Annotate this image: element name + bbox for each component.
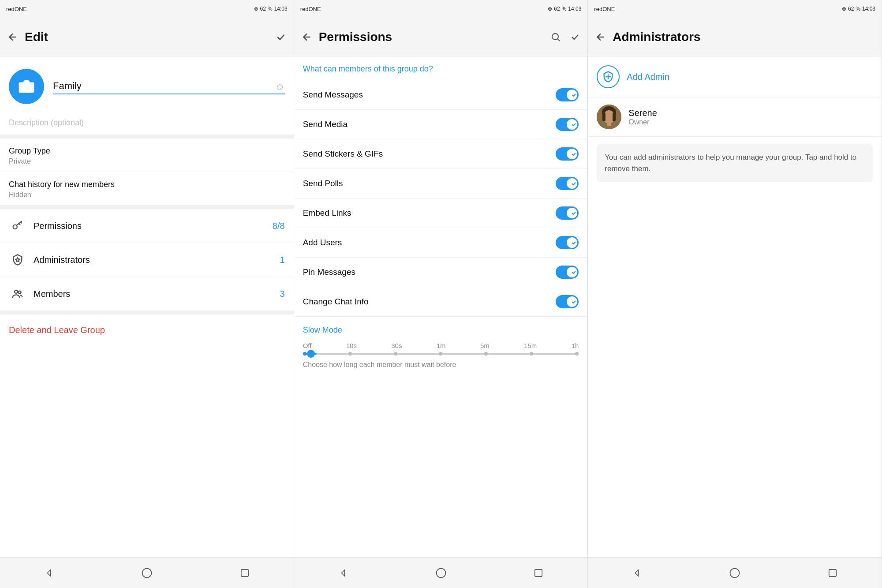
chat-history-item[interactable]: Chat history for new members Hidden xyxy=(0,172,294,206)
administrators-label: Administrators xyxy=(34,255,280,265)
carrier-2: redONE xyxy=(300,6,321,12)
svg-rect-19 xyxy=(829,569,836,576)
perm-pin-messages[interactable]: Pin Messages xyxy=(294,257,588,287)
status-bar-1: redONE ⊛ 62% 14:03 xyxy=(0,0,294,18)
status-icons-1: ⊛ 62% 14:03 xyxy=(254,6,288,12)
search-button[interactable] xyxy=(550,32,561,42)
divider-1 xyxy=(0,135,294,139)
carrier-1: redONE xyxy=(6,6,27,12)
permissions-label: Permissions xyxy=(34,221,273,231)
back-nav-3[interactable] xyxy=(629,565,645,581)
back-button-3[interactable] xyxy=(595,31,606,43)
perm-change-chat-info[interactable]: Change Chat Info xyxy=(294,287,588,316)
status-bar-2: redONE ⊛ 62% 14:03 xyxy=(294,0,588,18)
home-nav-2[interactable] xyxy=(433,565,449,581)
emoji-icon[interactable]: ☺ xyxy=(275,81,284,93)
group-type-item[interactable]: Group Type Private xyxy=(0,139,294,172)
perm-send-media[interactable]: Send Media xyxy=(294,109,588,139)
avatar[interactable] xyxy=(9,69,44,104)
confirm-button-2[interactable] xyxy=(570,32,580,42)
administrators-menu-item[interactable]: Administrators 1 xyxy=(0,243,294,277)
home-nav-1[interactable] xyxy=(139,565,155,581)
perm-add-users-toggle[interactable] xyxy=(556,236,579,249)
slider-dot-6 xyxy=(530,352,533,356)
carrier-3: redONE xyxy=(594,6,615,12)
back-nav-2[interactable] xyxy=(335,565,351,581)
svg-rect-14 xyxy=(602,112,605,121)
perm-send-stickers-toggle[interactable] xyxy=(556,147,579,161)
svg-point-2 xyxy=(15,290,18,293)
admin-info-box: You can add administrators to help you m… xyxy=(597,144,873,182)
perm-send-messages[interactable]: Send Messages xyxy=(294,80,588,109)
square-nav-3[interactable] xyxy=(825,565,841,581)
perm-embed-links[interactable]: Embed Links xyxy=(294,198,588,228)
back-button-2[interactable] xyxy=(301,31,313,43)
permissions-content: What can members of this group do? Send … xyxy=(294,56,588,557)
label-1m: 1m xyxy=(437,342,446,349)
permissions-menu-item[interactable]: Permissions 8/8 xyxy=(0,209,294,243)
perm-send-media-toggle[interactable] xyxy=(556,118,579,131)
label-10s: 10s xyxy=(346,342,357,349)
chat-history-value: Hidden xyxy=(9,191,285,199)
perm-change-chat-info-label: Change Chat Info xyxy=(303,297,556,307)
perm-add-users[interactable]: Add Users xyxy=(294,228,588,257)
admin-user-serene: Serene Owner xyxy=(588,97,882,137)
edit-content: ☺ Description (optional) Group Type Priv… xyxy=(0,56,294,557)
permissions-panel: redONE ⊛ 62% 14:03 Permissions What can … xyxy=(294,0,588,588)
confirm-button-1[interactable] xyxy=(275,31,287,43)
serene-face xyxy=(597,105,621,129)
permissions-section-header: What can members of this group do? xyxy=(294,56,588,80)
svg-point-18 xyxy=(730,568,740,577)
square-nav-2[interactable] xyxy=(531,565,546,581)
perm-send-messages-label: Send Messages xyxy=(303,90,556,100)
slider-caption: Choose how long each member must wait be… xyxy=(303,361,579,373)
members-icon-wrapper xyxy=(9,285,26,303)
chat-history-label: Chat history for new members xyxy=(9,180,285,189)
top-bar-left: Edit xyxy=(7,30,48,44)
description-placeholder[interactable]: Description (optional) xyxy=(9,118,84,127)
bottom-nav-1 xyxy=(0,557,294,588)
battery-icon-3: 62 xyxy=(848,6,854,12)
group-name-input[interactable] xyxy=(53,79,285,94)
perm-send-polls-toggle[interactable] xyxy=(556,177,579,190)
status-icons-3: ⊛ 62% 14:03 xyxy=(842,6,875,12)
slider-dot-5 xyxy=(484,352,488,356)
add-admin-star-icon xyxy=(602,71,614,83)
perm-send-polls[interactable]: Send Polls xyxy=(294,169,588,198)
permissions-section-title: What can members of this group do? xyxy=(303,64,433,73)
back-nav-1[interactable] xyxy=(41,565,57,581)
perm-send-media-label: Send Media xyxy=(303,120,556,129)
bottom-nav-3 xyxy=(588,557,882,588)
back-button-1[interactable] xyxy=(7,31,19,43)
perm-change-chat-info-toggle[interactable] xyxy=(556,295,579,308)
administrators-content: Add Admin xyxy=(588,56,882,557)
administrators-top-bar: Administrators xyxy=(588,18,882,56)
serene-name: Serene xyxy=(628,108,873,118)
perm-pin-messages-toggle[interactable] xyxy=(556,266,579,279)
perm-send-stickers[interactable]: Send Stickers & GIFs xyxy=(294,139,588,169)
top-bar-right-2 xyxy=(550,32,580,42)
perm-send-stickers-label: Send Stickers & GIFs xyxy=(303,149,556,159)
members-menu-item[interactable]: Members 3 xyxy=(0,277,294,311)
add-admin-label: Add Admin xyxy=(627,72,669,82)
square-nav-1[interactable] xyxy=(237,565,253,581)
label-30s: 30s xyxy=(391,342,402,349)
home-nav-3[interactable] xyxy=(727,565,743,581)
administrators-title: Administrators xyxy=(613,30,700,44)
add-admin-icon xyxy=(597,65,620,88)
perm-embed-links-toggle[interactable] xyxy=(556,206,579,220)
perm-add-users-label: Add Users xyxy=(303,238,556,247)
time-2: 14:03 xyxy=(568,6,581,12)
add-admin-item[interactable]: Add Admin xyxy=(588,56,882,97)
delete-leave-button[interactable]: Delete and Leave Group xyxy=(9,325,105,335)
slow-mode-title: Slow Mode xyxy=(303,326,579,335)
time-1: 14:03 xyxy=(274,6,288,12)
permissions-top-bar: Permissions xyxy=(294,18,588,56)
top-bar-left-2: Permissions xyxy=(301,30,392,44)
battery-icon: 62 xyxy=(260,6,266,12)
perm-send-messages-toggle[interactable] xyxy=(556,88,579,101)
administrators-count: 1 xyxy=(280,255,285,265)
permissions-title: Permissions xyxy=(319,30,392,44)
svg-point-3 xyxy=(19,291,21,294)
serene-info: Serene Owner xyxy=(628,108,873,126)
